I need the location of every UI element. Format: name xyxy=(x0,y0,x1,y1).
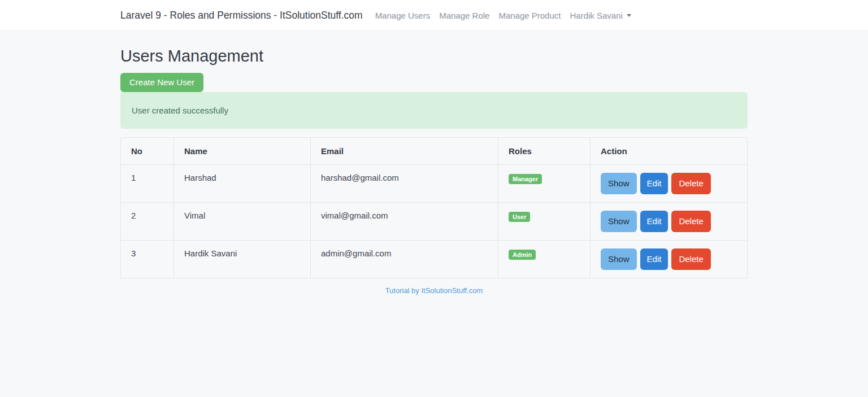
cell-roles: Admin xyxy=(498,241,591,278)
cell-action: Show Edit Delete xyxy=(591,241,748,278)
col-header-action: Action xyxy=(591,138,748,165)
users-table: No Name Email Roles Action 1 Harshad har… xyxy=(120,137,748,278)
delete-button[interactable]: Delete xyxy=(671,211,710,232)
cell-name: Harshad xyxy=(174,165,311,203)
table-header-row: No Name Email Roles Action xyxy=(121,138,748,165)
success-alert-message: User created successfully xyxy=(132,106,228,115)
navbar-brand[interactable]: Laravel 9 - Roles and Permissions - ItSo… xyxy=(120,10,363,21)
role-badge: Admin xyxy=(509,250,536,260)
delete-button[interactable]: Delete xyxy=(671,248,710,270)
cell-action: Show Edit Delete xyxy=(591,165,748,203)
edit-button[interactable]: Edit xyxy=(640,248,669,270)
col-header-email: Email xyxy=(311,138,498,165)
cell-email: admin@gmail.com xyxy=(311,241,498,278)
cell-action: Show Edit Delete xyxy=(591,203,748,241)
cell-roles: Manager xyxy=(498,165,591,203)
col-header-no: No xyxy=(121,138,174,165)
caret-down-icon xyxy=(627,14,631,17)
delete-button[interactable]: Delete xyxy=(671,173,710,194)
cell-email: vimal@gmail.com xyxy=(311,203,498,241)
page-footer: Tutorial by ItSolutionStuff.com xyxy=(120,286,748,295)
tutorial-footer-link[interactable]: Tutorial by ItSolutionStuff.com xyxy=(385,286,483,295)
cell-no: 1 xyxy=(121,165,174,203)
nav-link-manage-product[interactable]: Manage Product xyxy=(494,11,565,20)
nav-link-manage-role[interactable]: Manage Role xyxy=(435,11,494,20)
show-button[interactable]: Show xyxy=(601,248,637,270)
table-row: 1 Harshad harshad@gmail.com Manager Show… xyxy=(121,165,748,203)
show-button[interactable]: Show xyxy=(601,211,637,232)
page-title: Users Management xyxy=(120,47,748,66)
cell-email: harshad@gmail.com xyxy=(311,165,498,203)
navbar: Laravel 9 - Roles and Permissions - ItSo… xyxy=(0,0,868,31)
col-header-name: Name xyxy=(174,138,311,165)
cell-name: Vimal xyxy=(174,203,311,241)
role-badge: User xyxy=(509,212,530,222)
user-dropdown-label: Hardik Savani xyxy=(570,11,622,20)
table-row: 3 Hardik Savani admin@gmail.com Admin Sh… xyxy=(121,241,748,278)
nav-link-manage-users[interactable]: Manage Users xyxy=(371,11,435,20)
role-badge: Manager xyxy=(509,174,542,184)
show-button[interactable]: Show xyxy=(601,173,637,194)
cell-name: Hardik Savani xyxy=(174,241,311,278)
success-alert: User created successfully xyxy=(120,92,748,129)
cell-no: 3 xyxy=(121,241,174,278)
cell-no: 2 xyxy=(121,203,174,241)
edit-button[interactable]: Edit xyxy=(640,173,669,194)
cell-roles: User xyxy=(498,203,591,241)
navbar-nav: Manage Users Manage Role Manage Product … xyxy=(371,11,636,20)
create-new-user-button[interactable]: Create New User xyxy=(120,73,203,92)
col-header-roles: Roles xyxy=(498,138,591,165)
user-dropdown-toggle[interactable]: Hardik Savani xyxy=(565,11,635,20)
edit-button[interactable]: Edit xyxy=(640,211,669,232)
table-row: 2 Vimal vimal@gmail.com User Show Edit D… xyxy=(121,203,748,241)
main-content: Users Management Create New User User cr… xyxy=(120,47,748,295)
